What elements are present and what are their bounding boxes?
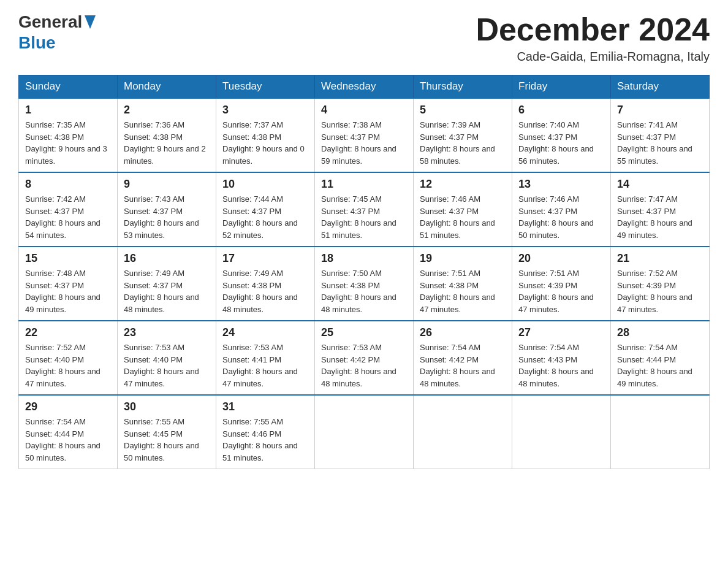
calendar-week-row: 15 Sunrise: 7:48 AM Sunset: 4:37 PM Dayl… bbox=[19, 247, 710, 321]
sunset-label: Sunset: 4:38 PM bbox=[321, 281, 380, 290]
sunset-label: Sunset: 4:37 PM bbox=[124, 281, 183, 290]
sunset-label: Sunset: 4:41 PM bbox=[222, 355, 281, 364]
daylight-label: Daylight: 8 hours and 47 minutes. bbox=[420, 293, 495, 314]
daylight-label: Daylight: 8 hours and 58 minutes. bbox=[420, 144, 495, 166]
sunset-label: Sunset: 4:37 PM bbox=[321, 207, 380, 216]
daylight-label: Daylight: 8 hours and 48 minutes. bbox=[222, 293, 298, 314]
daylight-label: Daylight: 8 hours and 48 minutes. bbox=[321, 367, 396, 388]
sunset-label: Sunset: 4:37 PM bbox=[25, 281, 84, 290]
day-number: 4 bbox=[321, 104, 407, 117]
table-row: 29 Sunrise: 7:54 AM Sunset: 4:44 PM Dayl… bbox=[19, 395, 118, 469]
sunset-label: Sunset: 4:42 PM bbox=[420, 355, 479, 364]
table-row: 17 Sunrise: 7:49 AM Sunset: 4:38 PM Dayl… bbox=[216, 247, 315, 321]
sunrise-label: Sunrise: 7:55 AM bbox=[222, 417, 283, 426]
sunset-label: Sunset: 4:39 PM bbox=[617, 281, 676, 290]
day-number: 7 bbox=[617, 104, 703, 117]
sunrise-label: Sunrise: 7:49 AM bbox=[222, 269, 283, 278]
sunrise-label: Sunrise: 7:46 AM bbox=[420, 194, 480, 204]
day-number: 11 bbox=[321, 178, 407, 191]
sunset-label: Sunset: 4:45 PM bbox=[124, 429, 183, 439]
daylight-label: Daylight: 8 hours and 47 minutes. bbox=[222, 367, 298, 388]
day-number: 27 bbox=[518, 326, 604, 339]
day-info: Sunrise: 7:54 AM Sunset: 4:44 PM Dayligh… bbox=[25, 416, 111, 464]
day-info: Sunrise: 7:53 AM Sunset: 4:42 PM Dayligh… bbox=[321, 342, 407, 389]
day-number: 13 bbox=[518, 178, 604, 191]
col-header-saturday: Saturday bbox=[611, 75, 710, 99]
day-info: Sunrise: 7:51 AM Sunset: 4:39 PM Dayligh… bbox=[518, 267, 604, 315]
calendar-week-row: 8 Sunrise: 7:42 AM Sunset: 4:37 PM Dayli… bbox=[19, 172, 710, 247]
logo-arrow-icon bbox=[85, 15, 96, 29]
sunset-label: Sunset: 4:37 PM bbox=[518, 207, 577, 216]
day-info: Sunrise: 7:53 AM Sunset: 4:41 PM Dayligh… bbox=[222, 342, 308, 389]
day-number: 22 bbox=[25, 326, 111, 339]
table-row: 26 Sunrise: 7:54 AM Sunset: 4:42 PM Dayl… bbox=[414, 321, 512, 395]
sunset-label: Sunset: 4:37 PM bbox=[617, 132, 676, 142]
sunrise-label: Sunrise: 7:49 AM bbox=[124, 269, 184, 278]
sunrise-label: Sunrise: 7:41 AM bbox=[617, 120, 678, 129]
daylight-label: Daylight: 8 hours and 48 minutes. bbox=[518, 367, 594, 388]
daylight-label: Daylight: 8 hours and 51 minutes. bbox=[321, 218, 396, 240]
sunrise-label: Sunrise: 7:54 AM bbox=[617, 343, 678, 352]
day-number: 1 bbox=[25, 104, 111, 117]
sunset-label: Sunset: 4:38 PM bbox=[420, 281, 479, 290]
table-row: 15 Sunrise: 7:48 AM Sunset: 4:37 PM Dayl… bbox=[19, 247, 118, 321]
sunrise-label: Sunrise: 7:51 AM bbox=[518, 269, 579, 278]
sunrise-label: Sunrise: 7:53 AM bbox=[124, 343, 184, 352]
sunset-label: Sunset: 4:44 PM bbox=[25, 429, 84, 439]
sunrise-label: Sunrise: 7:53 AM bbox=[321, 343, 382, 352]
daylight-label: Daylight: 8 hours and 59 minutes. bbox=[321, 144, 396, 166]
day-info: Sunrise: 7:53 AM Sunset: 4:40 PM Dayligh… bbox=[124, 342, 210, 389]
daylight-label: Daylight: 8 hours and 55 minutes. bbox=[617, 144, 692, 166]
col-header-wednesday: Wednesday bbox=[315, 75, 414, 99]
table-row: 25 Sunrise: 7:53 AM Sunset: 4:42 PM Dayl… bbox=[315, 321, 414, 395]
day-info: Sunrise: 7:38 AM Sunset: 4:37 PM Dayligh… bbox=[321, 119, 407, 167]
location-subtitle: Cade-Gaida, Emilia-Romagna, Italy bbox=[476, 50, 710, 64]
daylight-label: Daylight: 8 hours and 47 minutes. bbox=[124, 367, 199, 388]
day-number: 2 bbox=[124, 104, 210, 117]
calendar-week-row: 22 Sunrise: 7:52 AM Sunset: 4:40 PM Dayl… bbox=[19, 321, 710, 395]
sunrise-label: Sunrise: 7:36 AM bbox=[124, 120, 184, 129]
sunset-label: Sunset: 4:37 PM bbox=[617, 207, 676, 216]
sunset-label: Sunset: 4:37 PM bbox=[124, 207, 183, 216]
table-row: 9 Sunrise: 7:43 AM Sunset: 4:37 PM Dayli… bbox=[118, 172, 216, 247]
col-header-thursday: Thursday bbox=[414, 75, 512, 99]
sunrise-label: Sunrise: 7:46 AM bbox=[518, 194, 579, 204]
daylight-label: Daylight: 8 hours and 49 minutes. bbox=[617, 367, 692, 388]
day-number: 5 bbox=[420, 104, 506, 117]
sunrise-label: Sunrise: 7:55 AM bbox=[124, 417, 184, 426]
sunrise-label: Sunrise: 7:51 AM bbox=[420, 269, 480, 278]
daylight-label: Daylight: 8 hours and 49 minutes. bbox=[617, 218, 692, 240]
day-number: 28 bbox=[617, 326, 703, 339]
day-number: 16 bbox=[124, 252, 210, 265]
day-info: Sunrise: 7:40 AM Sunset: 4:37 PM Dayligh… bbox=[518, 119, 604, 167]
sunrise-label: Sunrise: 7:42 AM bbox=[25, 194, 86, 204]
daylight-label: Daylight: 8 hours and 51 minutes. bbox=[222, 441, 298, 462]
day-number: 21 bbox=[617, 252, 703, 265]
sunset-label: Sunset: 4:37 PM bbox=[222, 207, 281, 216]
day-info: Sunrise: 7:54 AM Sunset: 4:43 PM Dayligh… bbox=[518, 342, 604, 389]
daylight-label: Daylight: 8 hours and 47 minutes. bbox=[518, 293, 594, 314]
day-info: Sunrise: 7:51 AM Sunset: 4:38 PM Dayligh… bbox=[420, 267, 506, 315]
table-row: 18 Sunrise: 7:50 AM Sunset: 4:38 PM Dayl… bbox=[315, 247, 414, 321]
daylight-label: Daylight: 8 hours and 47 minutes. bbox=[25, 367, 100, 388]
day-number: 19 bbox=[420, 252, 506, 265]
title-section: December 2024 Cade-Gaida, Emilia-Romagna… bbox=[476, 12, 710, 64]
day-number: 10 bbox=[222, 178, 308, 191]
table-row: 3 Sunrise: 7:37 AM Sunset: 4:38 PM Dayli… bbox=[216, 98, 315, 172]
daylight-label: Daylight: 9 hours and 0 minutes. bbox=[222, 144, 305, 166]
table-row: 13 Sunrise: 7:46 AM Sunset: 4:37 PM Dayl… bbox=[512, 172, 611, 247]
daylight-label: Daylight: 8 hours and 47 minutes. bbox=[617, 293, 692, 314]
daylight-label: Daylight: 8 hours and 50 minutes. bbox=[124, 441, 199, 462]
table-row: 31 Sunrise: 7:55 AM Sunset: 4:46 PM Dayl… bbox=[216, 395, 315, 469]
daylight-label: Daylight: 8 hours and 51 minutes. bbox=[420, 218, 495, 240]
sunrise-label: Sunrise: 7:50 AM bbox=[321, 269, 382, 278]
daylight-label: Daylight: 8 hours and 50 minutes. bbox=[518, 218, 594, 240]
table-row bbox=[512, 395, 611, 469]
day-info: Sunrise: 7:52 AM Sunset: 4:40 PM Dayligh… bbox=[25, 342, 111, 389]
sunrise-label: Sunrise: 7:52 AM bbox=[25, 343, 86, 352]
day-number: 6 bbox=[518, 104, 604, 117]
sunrise-label: Sunrise: 7:35 AM bbox=[25, 120, 86, 129]
sunrise-label: Sunrise: 7:53 AM bbox=[222, 343, 283, 352]
sunrise-label: Sunrise: 7:54 AM bbox=[25, 417, 86, 426]
day-info: Sunrise: 7:55 AM Sunset: 4:45 PM Dayligh… bbox=[124, 416, 210, 464]
